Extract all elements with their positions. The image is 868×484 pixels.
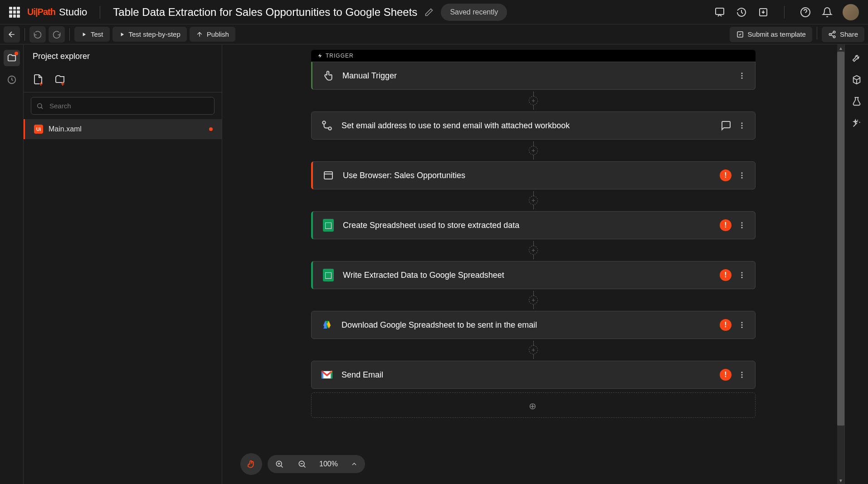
separator <box>69 28 70 41</box>
svg-point-29 <box>741 327 743 328</box>
vertical-scrollbar[interactable]: ▲ ▼ <box>837 44 844 484</box>
magic-wand-icon[interactable] <box>850 117 863 130</box>
activity-more-icon[interactable] <box>738 271 746 279</box>
search-input[interactable] <box>31 97 215 115</box>
svg-point-27 <box>741 322 743 323</box>
scrollbar-thumb[interactable] <box>837 52 844 426</box>
svg-point-20 <box>741 177 743 179</box>
plus-icon: + <box>39 80 44 86</box>
add-activity-button[interactable]: + <box>529 345 538 354</box>
activity-title: Send Email <box>341 370 712 380</box>
svg-point-14 <box>741 122 743 124</box>
zoom-controls: 100% <box>240 453 365 475</box>
share-label: Share <box>840 30 858 38</box>
left-rail <box>0 44 24 484</box>
zoom-out-button[interactable] <box>294 460 310 469</box>
feedback-icon[interactable] <box>713 6 726 19</box>
new-folder-button[interactable]: + <box>53 72 67 87</box>
publish-button[interactable]: Publish <box>190 27 235 42</box>
uipath-logo-icon: Ui|Path <box>27 7 55 17</box>
test-button[interactable]: Test <box>74 27 110 42</box>
hand-tap-icon <box>322 69 334 82</box>
add-activity-button[interactable]: + <box>529 295 538 305</box>
search-icon <box>36 102 44 110</box>
scrollbar-track[interactable] <box>837 52 844 477</box>
svg-point-6 <box>833 36 835 38</box>
activity-send-email[interactable]: Send Email ! <box>311 361 756 389</box>
logo[interactable]: Ui|Path Studio <box>27 6 87 18</box>
tools-icon[interactable] <box>850 52 863 64</box>
new-file-button[interactable]: + <box>31 72 45 87</box>
svg-point-21 <box>741 222 743 223</box>
activity-write-data[interactable]: Write Extracted Data to Google Spreadshe… <box>311 261 756 289</box>
svg-point-12 <box>322 121 326 124</box>
notifications-icon[interactable] <box>821 6 834 19</box>
connector: + <box>529 341 538 359</box>
share-button[interactable]: Share <box>822 27 864 42</box>
add-activity-button[interactable]: + <box>529 246 538 255</box>
comment-icon[interactable] <box>721 120 731 131</box>
activity-use-browser[interactable]: Use Browser: Sales Opportunities ! <box>311 161 756 189</box>
activity-more-icon[interactable] <box>738 321 746 329</box>
panel-title: Project explorer <box>24 44 222 67</box>
topbar: Ui|Path Studio Table Data Extraction for… <box>0 0 868 24</box>
svg-point-18 <box>741 172 743 174</box>
undo-button[interactable] <box>29 26 46 43</box>
svg-point-25 <box>741 275 743 276</box>
warning-icon[interactable]: ! <box>720 219 731 231</box>
edit-title-icon[interactable] <box>424 8 434 17</box>
activity-title: Create Spreadsheet used to store extract… <box>343 221 712 230</box>
package-icon[interactable] <box>850 73 863 86</box>
file-item-main[interactable]: Ui Main.xaml <box>24 119 222 139</box>
help-icon[interactable] <box>799 6 812 19</box>
activity-manual-trigger[interactable]: Manual Trigger <box>311 62 756 90</box>
google-drive-icon <box>321 319 333 331</box>
plus-icon: + <box>61 80 66 86</box>
add-activity-button[interactable]: + <box>529 196 538 205</box>
divider <box>100 6 100 19</box>
history-tab[interactable] <box>4 72 20 88</box>
drop-zone[interactable]: ⊕ <box>311 392 756 418</box>
file-name: Main.xaml <box>49 125 204 133</box>
zoom-percent: 100% <box>317 460 341 468</box>
workflow-canvas[interactable]: TRIGGER Manual Trigger + <box>222 44 844 484</box>
scroll-up-arrow[interactable]: ▲ <box>837 44 844 52</box>
workflow-sequence: TRIGGER Manual Trigger + <box>311 50 756 418</box>
activity-more-icon[interactable] <box>738 72 746 80</box>
product-name: Studio <box>59 6 87 18</box>
pan-tool-button[interactable] <box>240 453 262 475</box>
test-tube-icon[interactable] <box>850 95 863 108</box>
zoom-in-button[interactable] <box>271 460 288 469</box>
scroll-down-arrow[interactable]: ▼ <box>837 477 844 484</box>
warning-icon[interactable]: ! <box>720 169 731 181</box>
warning-icon[interactable]: ! <box>720 319 731 331</box>
submit-template-label: Submit as template <box>748 30 806 38</box>
activity-title: Download Google Spreadsheet to be sent i… <box>341 320 712 330</box>
activity-create-spreadsheet[interactable]: Create Spreadsheet used to store extract… <box>311 211 756 239</box>
download-icon[interactable] <box>757 6 770 19</box>
back-button[interactable] <box>4 26 20 43</box>
activity-more-icon[interactable] <box>738 221 746 229</box>
activity-more-icon[interactable] <box>738 171 746 179</box>
warning-icon[interactable]: ! <box>720 369 731 381</box>
project-explorer-tab[interactable] <box>4 50 20 66</box>
redo-button[interactable] <box>49 26 65 43</box>
user-avatar[interactable] <box>843 4 859 20</box>
zoom-dropdown-button[interactable] <box>347 460 361 468</box>
apps-menu-icon[interactable] <box>9 7 20 18</box>
modified-indicator-icon <box>15 52 18 55</box>
publish-label: Publish <box>207 30 229 38</box>
activity-set-email[interactable]: Set email address to use to send email w… <box>311 111 756 140</box>
activity-more-icon[interactable] <box>738 121 746 130</box>
svg-point-30 <box>741 372 743 373</box>
add-activity-button[interactable]: + <box>529 146 538 155</box>
history-icon[interactable] <box>735 6 748 19</box>
svg-point-26 <box>741 277 743 278</box>
activity-more-icon[interactable] <box>738 371 746 379</box>
submit-template-button[interactable]: Submit as template <box>730 27 812 42</box>
activity-download-spreadsheet[interactable]: Download Google Spreadsheet to be sent i… <box>311 311 756 339</box>
warning-icon[interactable]: ! <box>720 269 731 281</box>
test-step-button[interactable]: Test step-by-step <box>112 27 187 42</box>
svg-point-23 <box>741 227 743 228</box>
add-activity-button[interactable]: + <box>529 96 538 105</box>
